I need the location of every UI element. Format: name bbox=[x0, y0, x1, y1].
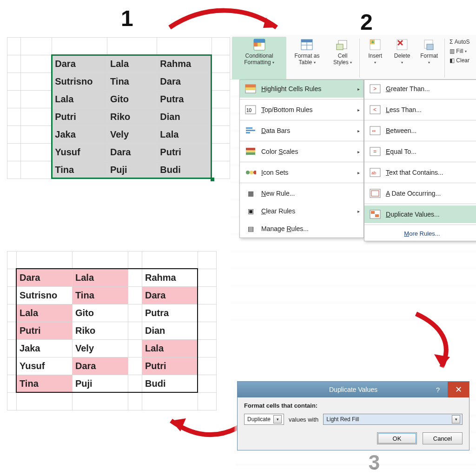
cell[interactable]: Putri bbox=[52, 108, 107, 126]
autosum-button[interactable]: Σ AutoS bbox=[450, 39, 476, 45]
cell[interactable]: Dara bbox=[107, 144, 157, 161]
highlight-cells-rules-item[interactable]: Highlight Cells Rules ▸ bbox=[240, 80, 364, 98]
cell[interactable] bbox=[7, 375, 17, 393]
cell[interactable]: Dara bbox=[73, 357, 128, 375]
cell[interactable] bbox=[212, 108, 230, 126]
color-scales-item[interactable]: Color Scales▸ bbox=[240, 143, 364, 160]
cell[interactable] bbox=[212, 91, 230, 108]
cell[interactable]: Riko bbox=[73, 322, 128, 340]
cell[interactable]: Lala bbox=[157, 126, 212, 144]
cell[interactable] bbox=[73, 393, 128, 410]
cell[interactable] bbox=[198, 393, 217, 410]
cell[interactable]: Lala bbox=[107, 55, 157, 73]
more-rules-item[interactable]: More Rules... bbox=[364, 226, 476, 241]
between-item[interactable]: ⇔ Between... bbox=[364, 122, 476, 139]
cell[interactable] bbox=[212, 161, 230, 179]
dialog-close-button[interactable]: ✕ bbox=[448, 382, 469, 397]
cell[interactable] bbox=[128, 375, 142, 393]
cell[interactable]: Dara bbox=[142, 287, 198, 304]
cell[interactable] bbox=[128, 287, 142, 304]
format-style-combo[interactable]: Light Red Fill▾ bbox=[323, 414, 463, 425]
cell[interactable] bbox=[7, 251, 17, 269]
cell[interactable]: Jaka bbox=[17, 340, 73, 357]
fill-button[interactable]: ▥ Fill ▾ bbox=[450, 48, 476, 54]
format-cells-button[interactable]: Format▾ bbox=[416, 37, 443, 79]
cell[interactable] bbox=[198, 304, 217, 322]
cell[interactable]: Puji bbox=[73, 375, 128, 393]
cell[interactable] bbox=[52, 38, 107, 55]
cell[interactable] bbox=[142, 393, 198, 410]
cell[interactable] bbox=[73, 251, 128, 269]
cell[interactable]: Dian bbox=[142, 322, 198, 340]
cell[interactable]: Vely bbox=[73, 340, 128, 357]
cell[interactable]: Lala bbox=[73, 269, 128, 287]
cell[interactable]: Gito bbox=[107, 91, 157, 108]
cell[interactable] bbox=[212, 144, 230, 161]
cell[interactable] bbox=[7, 161, 21, 179]
cell[interactable]: Putri bbox=[142, 357, 198, 375]
cell[interactable] bbox=[7, 55, 21, 73]
cancel-button[interactable]: Cancel bbox=[423, 432, 463, 444]
cell[interactable]: Putra bbox=[157, 91, 212, 108]
equal-to-item[interactable]: = Equal To... bbox=[364, 143, 476, 160]
cell[interactable]: Sutrisno bbox=[17, 287, 73, 304]
cell[interactable] bbox=[21, 73, 52, 91]
cell[interactable] bbox=[198, 287, 217, 304]
text-contains-item[interactable]: ab Text that Contains... bbox=[364, 164, 476, 181]
top-bottom-rules-item[interactable]: 10 Top/Bottom Rules▸ bbox=[240, 101, 364, 119]
cell[interactable]: Jaka bbox=[52, 126, 107, 144]
cell[interactable] bbox=[7, 144, 21, 161]
cell[interactable] bbox=[21, 91, 52, 108]
cell[interactable] bbox=[198, 340, 217, 357]
cell[interactable] bbox=[198, 322, 217, 340]
cell[interactable] bbox=[212, 126, 230, 144]
cell[interactable] bbox=[21, 161, 52, 179]
cell[interactable] bbox=[7, 340, 17, 357]
cell[interactable]: Lala bbox=[142, 340, 198, 357]
cell[interactable] bbox=[7, 108, 21, 126]
cell[interactable] bbox=[128, 340, 142, 357]
cell[interactable] bbox=[128, 322, 142, 340]
cell[interactable]: Putri bbox=[17, 322, 73, 340]
cell[interactable]: Tina bbox=[52, 161, 107, 179]
cell[interactable]: Yusuf bbox=[17, 357, 73, 375]
cell[interactable] bbox=[21, 38, 52, 55]
cell[interactable]: Lala bbox=[52, 91, 107, 108]
delete-cells-button[interactable]: Delete▾ bbox=[389, 37, 416, 79]
cell[interactable] bbox=[212, 38, 230, 55]
cell[interactable] bbox=[7, 73, 21, 91]
conditional-formatting-button[interactable]: Conditional Formatting ▾ bbox=[232, 37, 286, 79]
date-occurring-item[interactable]: A Date Occurring... bbox=[364, 185, 476, 202]
result-table[interactable]: DaraLalaRahmaSutrisnoTinaDaraLalaGitoPut… bbox=[7, 251, 217, 410]
insert-cells-button[interactable]: + Insert▾ bbox=[362, 37, 389, 79]
cell[interactable] bbox=[198, 357, 217, 375]
cell[interactable] bbox=[198, 375, 217, 393]
cell[interactable] bbox=[7, 304, 17, 322]
dialog-help-button[interactable]: ? bbox=[431, 382, 445, 397]
cell[interactable]: Dara bbox=[17, 269, 73, 287]
cell[interactable] bbox=[142, 251, 198, 269]
cell[interactable]: Gito bbox=[73, 304, 128, 322]
cell[interactable] bbox=[128, 251, 142, 269]
cell[interactable] bbox=[21, 126, 52, 144]
cell[interactable] bbox=[198, 251, 217, 269]
cell[interactable]: Putri bbox=[157, 144, 212, 161]
cell[interactable]: Budi bbox=[142, 375, 198, 393]
ok-button[interactable]: OK bbox=[377, 432, 417, 444]
cell[interactable] bbox=[128, 393, 142, 410]
cell[interactable] bbox=[7, 287, 17, 304]
cell[interactable] bbox=[21, 144, 52, 161]
cell[interactable]: Budi bbox=[157, 161, 212, 179]
cell[interactable] bbox=[7, 357, 17, 375]
greater-than-item[interactable]: > Greater Than... bbox=[364, 80, 476, 98]
cell[interactable]: Dara bbox=[157, 73, 212, 91]
cell[interactable]: Riko bbox=[107, 108, 157, 126]
cell[interactable]: Yusuf bbox=[52, 144, 107, 161]
cell[interactable] bbox=[212, 73, 230, 91]
cell[interactable]: Rahma bbox=[142, 269, 198, 287]
clear-button[interactable]: ◧ Clear bbox=[450, 57, 476, 64]
cell[interactable] bbox=[7, 91, 21, 108]
cell[interactable] bbox=[21, 55, 52, 73]
cell[interactable] bbox=[128, 269, 142, 287]
cell[interactable] bbox=[198, 269, 217, 287]
